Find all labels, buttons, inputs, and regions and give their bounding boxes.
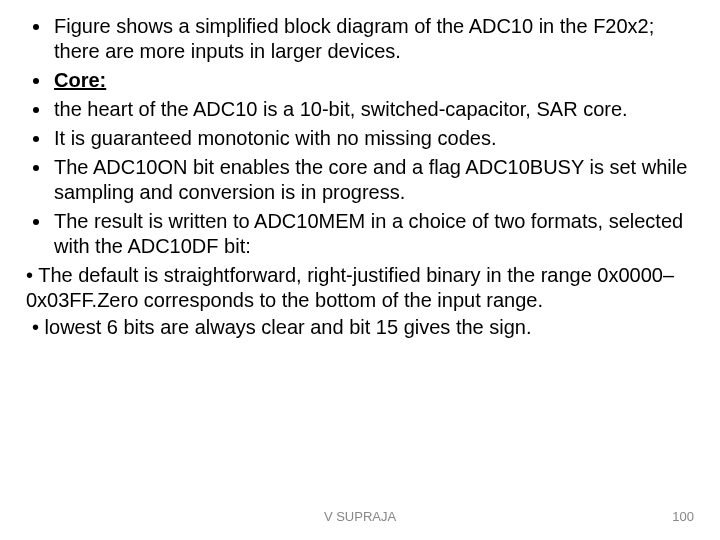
plain-bullet: • lowest 6 bits are always clear and bit… — [26, 315, 694, 340]
bullet-item: Figure shows a simplified block diagram … — [52, 14, 694, 64]
bullet-item: It is guaranteed monotonic with no missi… — [52, 126, 694, 151]
footer-author: V SUPRAJA — [0, 509, 720, 524]
plain-bullet: • The default is straightforward, right-… — [26, 263, 694, 313]
footer-page-number: 100 — [672, 509, 694, 524]
bullet-list: Figure shows a simplified block diagram … — [26, 14, 694, 259]
bullet-item: The ADC10ON bit enables the core and a f… — [52, 155, 694, 205]
bullet-item-core: Core: — [52, 68, 694, 93]
core-heading: Core: — [54, 69, 106, 91]
bullet-item: the heart of the ADC10 is a 10-bit, swit… — [52, 97, 694, 122]
slide: Figure shows a simplified block diagram … — [0, 0, 720, 540]
bullet-item: The result is written to ADC10MEM in a c… — [52, 209, 694, 259]
